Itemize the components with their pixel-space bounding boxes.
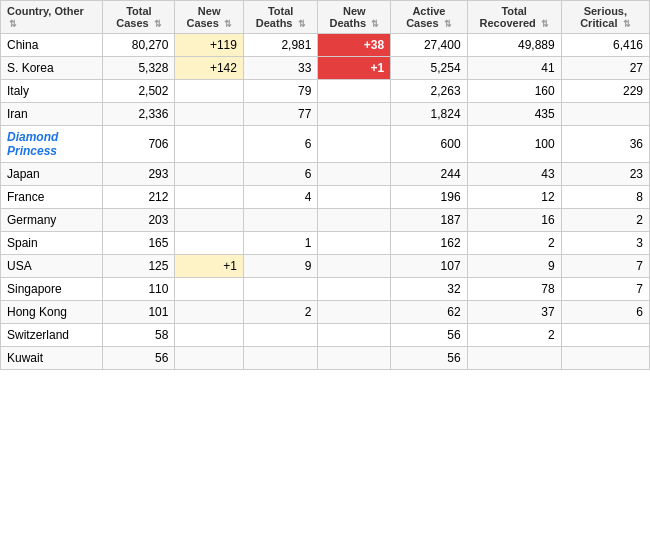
- cell-country: Switzerland: [1, 324, 103, 347]
- cell-active-cases: 56: [391, 347, 467, 370]
- header-total-deaths[interactable]: Total Deaths ⇅: [243, 1, 317, 34]
- cell-total-cases: 58: [103, 324, 175, 347]
- cell-total-recovered: [467, 347, 561, 370]
- cell-new-deaths: [318, 80, 391, 103]
- cell-serious-critical: [561, 347, 649, 370]
- header-new-cases[interactable]: New Cases ⇅: [175, 1, 244, 34]
- cell-serious-critical: [561, 324, 649, 347]
- sort-icon-new-cases[interactable]: ⇅: [224, 19, 232, 29]
- cell-total-recovered: 9: [467, 255, 561, 278]
- cell-new-cases: [175, 347, 244, 370]
- cell-active-cases: 107: [391, 255, 467, 278]
- header-total-cases[interactable]: Total Cases ⇅: [103, 1, 175, 34]
- cell-total-cases: 56: [103, 347, 175, 370]
- cell-active-cases: 62: [391, 301, 467, 324]
- cell-total-recovered: 49,889: [467, 34, 561, 57]
- table-row: Singapore11032787: [1, 278, 650, 301]
- cell-total-deaths: 4: [243, 186, 317, 209]
- sort-icon-new-deaths[interactable]: ⇅: [371, 19, 379, 29]
- cell-new-deaths: [318, 324, 391, 347]
- cell-total-cases: 80,270: [103, 34, 175, 57]
- cell-country[interactable]: Diamond Princess: [1, 126, 103, 163]
- cell-active-cases: 27,400: [391, 34, 467, 57]
- cell-total-recovered: 41: [467, 57, 561, 80]
- table-row: Hong Kong101262376: [1, 301, 650, 324]
- cell-total-recovered: 2: [467, 324, 561, 347]
- cell-serious-critical: 23: [561, 163, 649, 186]
- table-row: Iran2,336771,824435: [1, 103, 650, 126]
- cell-new-cases: [175, 301, 244, 324]
- cell-total-cases: 203: [103, 209, 175, 232]
- table-row: France2124196128: [1, 186, 650, 209]
- header-total-recovered[interactable]: Total Recovered ⇅: [467, 1, 561, 34]
- cell-active-cases: 196: [391, 186, 467, 209]
- cell-total-cases: 125: [103, 255, 175, 278]
- cell-country: Iran: [1, 103, 103, 126]
- cell-active-cases: 600: [391, 126, 467, 163]
- cell-new-cases: [175, 186, 244, 209]
- cell-country: Singapore: [1, 278, 103, 301]
- header-active-cases[interactable]: Active Cases ⇅: [391, 1, 467, 34]
- cell-total-cases: 101: [103, 301, 175, 324]
- sort-icon-serious-critical[interactable]: ⇅: [623, 19, 631, 29]
- header-country[interactable]: Country, Other ⇅: [1, 1, 103, 34]
- sort-icon-country[interactable]: ⇅: [9, 19, 17, 29]
- cell-serious-critical: 8: [561, 186, 649, 209]
- cell-total-cases: 706: [103, 126, 175, 163]
- cell-total-deaths: 2: [243, 301, 317, 324]
- cell-total-recovered: 12: [467, 186, 561, 209]
- cell-total-deaths: 77: [243, 103, 317, 126]
- cell-serious-critical: 6: [561, 301, 649, 324]
- cell-total-cases: 293: [103, 163, 175, 186]
- cell-new-cases: [175, 324, 244, 347]
- cell-total-recovered: 37: [467, 301, 561, 324]
- cell-new-deaths: [318, 255, 391, 278]
- sort-icon-total-deaths[interactable]: ⇅: [298, 19, 306, 29]
- table-row: USA125+1910797: [1, 255, 650, 278]
- cell-new-deaths: [318, 278, 391, 301]
- cell-new-cases: [175, 80, 244, 103]
- cell-country: Germany: [1, 209, 103, 232]
- cell-new-deaths: [318, 126, 391, 163]
- cell-new-deaths: [318, 103, 391, 126]
- covid-table: Country, Other ⇅ Total Cases ⇅ New Cases…: [0, 0, 650, 370]
- cell-new-deaths: [318, 163, 391, 186]
- header-serious-critical[interactable]: Serious, Critical ⇅: [561, 1, 649, 34]
- cell-new-cases: [175, 232, 244, 255]
- cell-total-recovered: 78: [467, 278, 561, 301]
- sort-icon-total-cases[interactable]: ⇅: [154, 19, 162, 29]
- cell-country: France: [1, 186, 103, 209]
- cell-country: China: [1, 34, 103, 57]
- cell-total-recovered: 435: [467, 103, 561, 126]
- cell-new-deaths: +1: [318, 57, 391, 80]
- table-row: China80,270+1192,981+3827,40049,8896,416: [1, 34, 650, 57]
- cell-serious-critical: 6,416: [561, 34, 649, 57]
- cell-serious-critical: 7: [561, 255, 649, 278]
- cell-serious-critical: 27: [561, 57, 649, 80]
- sort-icon-total-recovered[interactable]: ⇅: [541, 19, 549, 29]
- cell-active-cases: 244: [391, 163, 467, 186]
- cell-country: Japan: [1, 163, 103, 186]
- cell-total-deaths: 2,981: [243, 34, 317, 57]
- header-row: Country, Other ⇅ Total Cases ⇅ New Cases…: [1, 1, 650, 34]
- cell-total-recovered: 100: [467, 126, 561, 163]
- cell-new-cases: [175, 163, 244, 186]
- cell-serious-critical: 7: [561, 278, 649, 301]
- cell-total-deaths: [243, 278, 317, 301]
- sort-icon-active-cases[interactable]: ⇅: [444, 19, 452, 29]
- cell-active-cases: 32: [391, 278, 467, 301]
- cell-new-cases: [175, 103, 244, 126]
- table-row: Germany203187162: [1, 209, 650, 232]
- cell-new-deaths: [318, 232, 391, 255]
- cell-active-cases: 56: [391, 324, 467, 347]
- table-body: China80,270+1192,981+3827,40049,8896,416…: [1, 34, 650, 370]
- cell-active-cases: 5,254: [391, 57, 467, 80]
- cell-total-deaths: 6: [243, 163, 317, 186]
- cell-total-cases: 212: [103, 186, 175, 209]
- table-row: S. Korea5,328+14233+15,2544127: [1, 57, 650, 80]
- cell-total-deaths: [243, 324, 317, 347]
- cell-new-cases: +119: [175, 34, 244, 57]
- cell-total-deaths: [243, 347, 317, 370]
- header-new-deaths[interactable]: New Deaths ⇅: [318, 1, 391, 34]
- cell-new-deaths: [318, 209, 391, 232]
